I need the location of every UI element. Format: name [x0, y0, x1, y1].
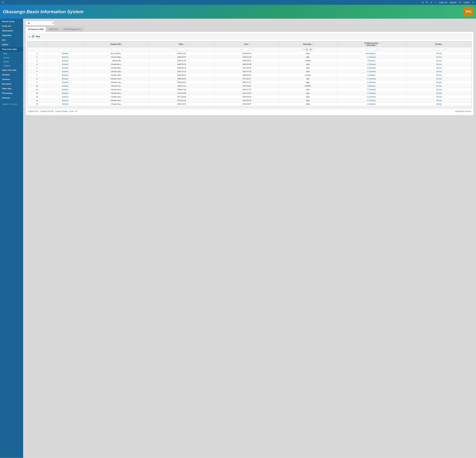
cell-details[interactable]: [Details]	[46, 70, 84, 73]
filter-ts-meas-input[interactable]	[366, 48, 376, 51]
filter-timestep-clear[interactable]: x	[312, 49, 313, 50]
sidebar-item-soil[interactable]: Soil	[0, 38, 23, 42]
cell-details[interactable]: [Details]	[46, 73, 84, 77]
sidebar-subitem-new[interactable]: New	[0, 52, 23, 56]
export-csv-link[interactable]: ⎘ Export CSV	[28, 110, 38, 112]
filter-end-clear[interactable]: x	[252, 49, 253, 50]
register-link[interactable]: Register	[450, 1, 457, 3]
col-end[interactable]: End	[214, 41, 280, 47]
user-icon[interactable]: 👤	[434, 1, 437, 3]
sidebar-item-time-series[interactable]: Time series data	[0, 47, 23, 52]
search-icon[interactable]: 🔍	[426, 1, 428, 3]
filter-timestep-select[interactable]: ▼ daily monthly	[305, 48, 312, 51]
grid-icon[interactable]: ⊞	[422, 1, 424, 3]
sidebar-subitem-search[interactable]: Search	[0, 56, 23, 60]
cell-details[interactable]: [Details]	[46, 52, 84, 55]
filter-end-input[interactable]	[242, 48, 252, 51]
tab-hydata[interactable]: HYDATA Angola (47)	[61, 27, 83, 32]
cell-ts-data[interactable]: [Show]	[406, 52, 472, 55]
cell-details[interactable]: [Details]	[46, 88, 84, 92]
menu-icon[interactable]: ≡	[2, 1, 4, 4]
cell-ts-data[interactable]: [Show]	[406, 70, 472, 73]
cell-ts-measurement[interactable]: 11 [Details]	[336, 70, 407, 73]
sidebar-item-document[interactable]: Document	[0, 82, 23, 86]
filter-start-input[interactable]	[177, 48, 187, 51]
cell-details[interactable]: [Details]	[46, 99, 84, 102]
cell-ts-data[interactable]: [Show]	[406, 59, 472, 63]
cell-ts-measurement[interactable]: 11 [Details]	[336, 95, 407, 99]
col-ts-data[interactable]: TS Data	[406, 41, 472, 47]
sidebar-item-study-site[interactable]: Study site	[0, 24, 23, 28]
cell-ts-data[interactable]: [Show]	[406, 92, 472, 95]
map-toggle[interactable]: ▶ 🗺️ Map	[27, 34, 472, 39]
cell-details[interactable]: [Details]	[46, 102, 84, 106]
sidebar-item-person-org[interactable]: Person & Org.	[0, 19, 23, 24]
cell-ts-data[interactable]: [Show]	[406, 77, 472, 81]
cell-ts-data[interactable]: [Show]	[406, 73, 472, 77]
cell-ts-measurement[interactable]: 11 [Details]	[336, 88, 407, 92]
filter-ts-data-clear[interactable]: x	[444, 49, 445, 50]
cell-ts-measurement[interactable]: 11 [Details]	[336, 66, 407, 70]
cell-ts-measurement[interactable]: 11 [Details]	[336, 102, 407, 106]
cell-ts-data[interactable]: [Show]	[406, 66, 472, 70]
cell-details[interactable]: [Details]	[46, 63, 84, 66]
cell-ts-measurement[interactable]: 8 [Details]	[336, 73, 407, 77]
cell-details[interactable]: [Details]	[46, 84, 84, 88]
cell-ts-data[interactable]: [Show]	[406, 88, 472, 92]
sidebar-subitem-export[interactable]: Export	[0, 60, 23, 64]
cell-details[interactable]: [Details]	[46, 55, 84, 59]
sidebar-subitem-analyse[interactable]: Analyse	[0, 64, 23, 68]
login-link[interactable]: Login/-out	[439, 1, 447, 3]
col-timestep[interactable]: Time Step	[280, 41, 336, 47]
cell-details[interactable]: [Details]	[46, 66, 84, 70]
sidebar-item-observation[interactable]: Observation	[0, 28, 23, 33]
sidebar-item-geodata[interactable]: Geodata	[0, 72, 23, 77]
sidebar-item-scenario[interactable]: Scenario	[0, 77, 23, 82]
cell-details[interactable]: [Details]	[46, 95, 84, 99]
transfer-icon[interactable]: ⇄	[431, 1, 432, 3]
filter-dropdown[interactable]: All GSOD HYDATA Angola	[26, 21, 54, 25]
col-ts-measurement[interactable]: TS Measurement+ Data Gaps	[336, 41, 407, 47]
cell-ts-measurement[interactable]: 11 [Details]	[336, 55, 407, 59]
cell-ts-data[interactable]: [Show]	[406, 55, 472, 59]
data-table-wrapper[interactable]: Dataset Title Start End Time Step TS Mea…	[27, 41, 472, 106]
sidebar-item-vegetation[interactable]: Vegetation	[0, 33, 23, 38]
tab-all-datasets[interactable]: All Datasets (336)	[26, 27, 46, 32]
horizontal-scrollbar[interactable]	[27, 107, 472, 108]
cell-details[interactable]: [Details]	[46, 81, 84, 84]
col-start[interactable]: Start	[149, 41, 214, 47]
tab-gsod[interactable]: GSOD (51)	[46, 27, 60, 32]
sidebar-item-processing[interactable]: Processing	[0, 91, 23, 96]
cell-details[interactable]: [Details]	[46, 59, 84, 63]
cell-ts-measurement[interactable]: 11 [Details]	[336, 63, 407, 66]
sidebar-item-station[interactable]: Station	[0, 42, 23, 47]
cell-ts-data[interactable]: [Show]	[406, 102, 472, 106]
filter-title-clear[interactable]: x	[122, 49, 123, 50]
export-csv-full-link[interactable]: ⎘ Export CSV full	[40, 110, 53, 112]
cell-ts-data[interactable]: [Show]	[406, 95, 472, 99]
cell-ts-data[interactable]: [Show]	[406, 84, 472, 88]
cell-ts-measurement[interactable]: discharge [D...	[336, 52, 407, 55]
sidebar-item-space-time[interactable]: Space time data	[0, 68, 23, 72]
filter-start-clear[interactable]: x	[187, 49, 188, 50]
export-shape-link[interactable]: ⎘ Export Shape	[55, 110, 67, 112]
language-dropdown-icon[interactable]: ▼	[472, 1, 474, 3]
filter-title-input[interactable]	[111, 48, 122, 51]
col-title[interactable]: Dataset Title	[84, 41, 149, 47]
filter-ts-meas-clear[interactable]: x	[377, 49, 378, 50]
cell-ts-measurement[interactable]: 11 [Details]	[336, 81, 407, 84]
sidebar-item-glossary[interactable]: Glossary	[0, 96, 23, 100]
cell-ts-data[interactable]: [Show]	[406, 99, 472, 102]
cell-details[interactable]: [Details]	[46, 92, 84, 95]
sidebar-item-other-data[interactable]: Other data	[0, 86, 23, 91]
link-link[interactable]: ⎘ Link	[69, 110, 74, 112]
cell-ts-measurement[interactable]: 8 [Details]	[336, 59, 407, 63]
cell-ts-data[interactable]: [Show]	[406, 81, 472, 84]
cell-details[interactable]: [Details]	[46, 77, 84, 81]
cell-ts-measurement[interactable]: 11 [Details]	[336, 92, 407, 95]
cell-ts-measurement[interactable]: 8 [Details]	[336, 84, 407, 88]
cell-ts-measurement[interactable]: 11 [Details]	[336, 99, 407, 102]
cell-ts-measurement[interactable]: 11 [Details]	[336, 77, 407, 81]
cell-ts-data[interactable]: [Show]	[406, 63, 472, 66]
language-label[interactable]: English	[464, 1, 470, 3]
